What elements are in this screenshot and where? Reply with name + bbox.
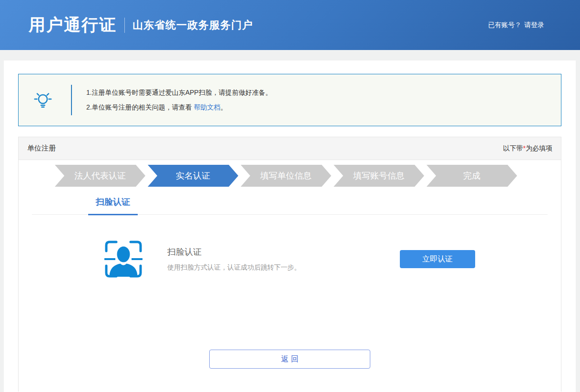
tab-bar: 扫脸认证: [32, 196, 548, 215]
step-realname-auth: 实名认证: [148, 165, 238, 187]
login-hint: 已有账号？请登录: [488, 21, 544, 30]
notice-box: 1.注册单位账号时需要通过爱山东APP扫脸，请提前做好准备。 2.单位账号注册的…: [18, 74, 561, 126]
face-scan-description: 使用扫脸方式认证，认证成功后跳转下一步。: [167, 263, 301, 272]
login-hint-text: 已有账号？: [488, 21, 521, 29]
back-button[interactable]: 返 回: [209, 350, 370, 369]
notice-line-2: 2.单位账号注册的相关问题，请查看 帮助文档。: [86, 100, 272, 115]
step-indicator: 法人代表认证 实名认证 填写单位信息 填写账号信息 完成: [55, 165, 561, 187]
lightbulb-icon: [32, 89, 54, 111]
brand-divider: [124, 18, 125, 33]
face-scan-section: 扫脸认证 使用扫脸方式认证，认证成功后跳转下一步。 立即认证: [19, 215, 561, 280]
tab-face-scan-auth[interactable]: 扫脸认证: [88, 196, 138, 215]
main-card: 1.注册单位账号时需要通过爱山东APP扫脸，请提前做好准备。 2.单位账号注册的…: [4, 60, 576, 392]
portal-name: 山东省统一政务服务门户: [132, 18, 253, 32]
brand-title: 用户通行证: [29, 14, 117, 36]
panel-title: 单位注册: [27, 144, 56, 153]
step-account-info: 填写账号信息: [334, 165, 424, 187]
step-legal-rep-auth: 法人代表认证: [55, 165, 145, 187]
authenticate-now-button[interactable]: 立即认证: [400, 250, 475, 268]
face-scan-text: 扫脸认证 使用扫脸方式认证，认证成功后跳转下一步。: [167, 246, 301, 272]
step-complete: 完成: [427, 165, 517, 187]
notice-divider: [71, 85, 72, 115]
notice-line-1: 1.注册单位账号时需要通过爱山东APP扫脸，请提前做好准备。: [86, 85, 272, 100]
required-note: 以下带*为必填项: [503, 144, 552, 153]
login-link[interactable]: 请登录: [524, 21, 544, 29]
page-header: 用户通行证 山东省统一政务服务门户 已有账号？请登录: [0, 0, 580, 50]
help-doc-link[interactable]: 帮助文档: [194, 103, 221, 111]
face-scan-icon: [104, 239, 142, 280]
face-scan-title: 扫脸认证: [167, 246, 301, 258]
registration-panel: 单位注册 以下带*为必填项 法人代表认证 实名认证 填写单位信息 填写账号信息 …: [18, 137, 561, 392]
step-unit-info: 填写单位信息: [241, 165, 331, 187]
panel-header: 单位注册 以下带*为必填项: [19, 137, 561, 160]
back-row: 返 回: [19, 350, 561, 369]
